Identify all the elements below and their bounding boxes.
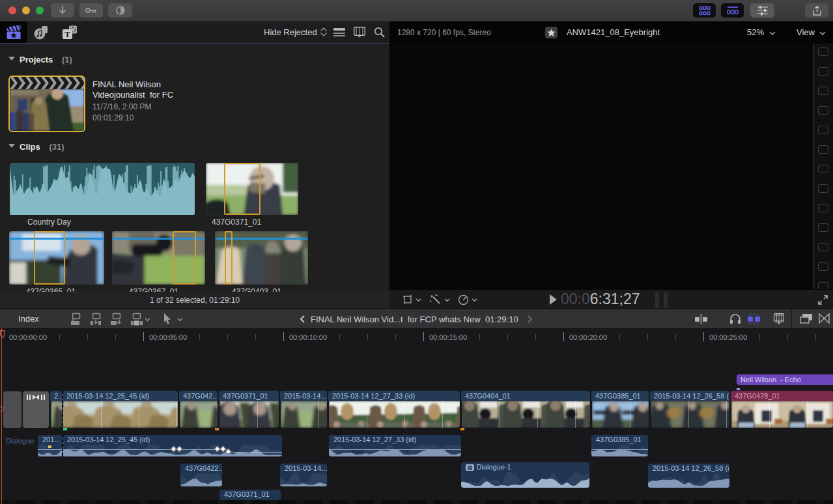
svg-text:T: T [64,29,70,39]
